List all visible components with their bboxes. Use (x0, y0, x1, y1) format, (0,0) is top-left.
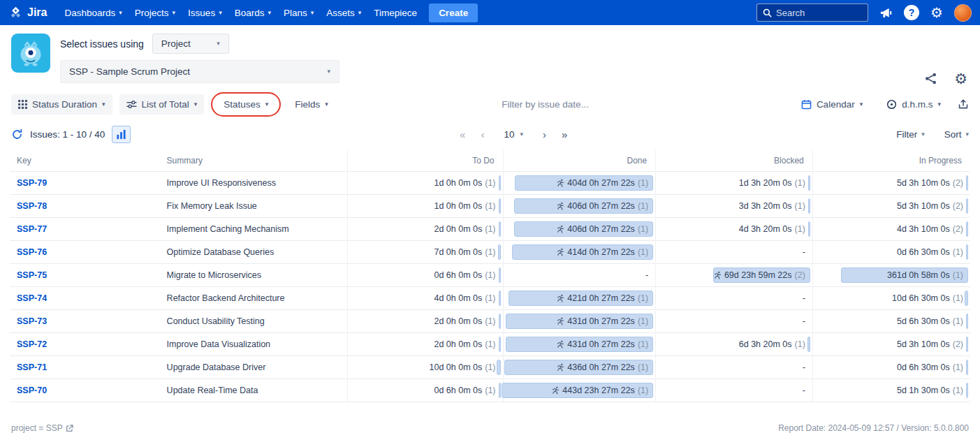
nav-projects[interactable]: Projects▾ (129, 0, 182, 25)
runner-icon (557, 317, 564, 325)
nav-timepiece[interactable]: Timepiece (367, 0, 423, 25)
issue-key-link[interactable]: SSP-78 (17, 201, 47, 211)
duration-text: 406d 0h 27m 22s (567, 201, 635, 211)
issue-key-cell: SSP-76 (10, 241, 160, 264)
table-row: SSP-74Refactor Backend Architecture4d 0h… (10, 287, 970, 310)
jira-logo[interactable]: Jira (8, 6, 47, 20)
issue-key-link[interactable]: SSP-71 (17, 362, 47, 372)
column-header-summary: Summary (160, 150, 348, 172)
statuses-annotation-circle: Statuses ▾ (211, 92, 281, 117)
issue-key-cell: SSP-70 (10, 379, 160, 402)
issue-key-link[interactable]: SSP-74 (17, 293, 47, 303)
runner-icon (557, 363, 564, 372)
duration-text: 0d 6h 30m 0s (897, 247, 950, 257)
chevron-down-icon: ▾ (119, 10, 122, 16)
duration-text: 4d 3h 10m 0s (897, 224, 950, 234)
chevron-down-icon: ▾ (921, 131, 925, 138)
duration-count: (1) (953, 316, 963, 326)
settings-gear-icon[interactable]: ⚙ (954, 71, 967, 86)
view-mode-button[interactable]: List of Total ▾ (119, 94, 205, 115)
next-page-button[interactable]: › (543, 129, 546, 140)
issue-date-filter-input[interactable] (502, 99, 627, 110)
issue-key-link[interactable]: SSP-77 (17, 224, 47, 234)
duration-text: 414d 0h 27m 22s (567, 247, 635, 257)
duration-text: 5d 3h 10m 0s (897, 201, 950, 211)
nav-boards[interactable]: Boards▾ (228, 0, 277, 25)
user-avatar[interactable] (954, 4, 972, 22)
chevron-down-icon: ▾ (194, 101, 198, 108)
sort-button[interactable]: Sort ▾ (944, 129, 969, 140)
report-type-button[interactable]: Status Duration ▾ (11, 94, 112, 115)
issue-key-link[interactable]: SSP-73 (17, 316, 47, 326)
nav-assets[interactable]: Assets▾ (320, 0, 367, 25)
issue-key-link[interactable]: SSP-70 (17, 386, 47, 395)
chevron-down-icon: ▾ (965, 131, 969, 138)
duration-cell-inprogress: 5d 3h 10m 0s (2) (812, 172, 970, 195)
time-format-button[interactable]: d.h.m.s ▾ (879, 94, 948, 115)
duration-count: (1) (485, 362, 495, 372)
calendar-button[interactable]: Calendar ▾ (794, 94, 870, 115)
issue-key-link[interactable]: SSP-72 (17, 339, 47, 349)
empty-duration: - (656, 362, 812, 372)
column-header-inprogress: In Progress (812, 150, 970, 172)
filter-button[interactable]: Filter ▾ (896, 129, 925, 140)
duration-count: (1) (638, 316, 648, 326)
duration-text: 3d 3h 20m 0s (739, 201, 792, 211)
global-search[interactable] (756, 3, 868, 22)
issue-summary-cell: Update Real-Time Data (160, 379, 348, 402)
duration-cell-todo: 0d 6h 0m 0s (1) (347, 264, 503, 287)
duration-text: 0d 6h 0m 0s (434, 270, 482, 280)
duration-cell-blocked: 69d 23h 59m 22s (2) (656, 264, 813, 287)
time-format-icon (886, 99, 897, 110)
project-select[interactable]: SSP - Sample Scrum Project ▾ (60, 60, 339, 83)
refresh-icon[interactable] (11, 129, 23, 140)
runner-icon (714, 271, 722, 279)
prev-page-button[interactable]: ‹ (481, 129, 484, 140)
issue-key-link[interactable]: SSP-76 (17, 247, 47, 257)
duration-text: 5d 6h 30m 0s (897, 316, 950, 326)
brand-wordmark: Jira (27, 6, 47, 19)
export-icon[interactable] (958, 98, 969, 110)
runner-icon (557, 340, 564, 348)
runner-icon (557, 248, 564, 256)
issue-key-link[interactable]: SSP-75 (17, 270, 47, 280)
duration-cell-inprogress: 4d 3h 10m 0s (2) (812, 218, 970, 241)
statuses-button[interactable]: Statuses ▾ (217, 94, 275, 115)
select-issues-label: Select issues using (60, 38, 144, 50)
chevron-down-icon: ▾ (311, 10, 314, 16)
nav-dashboards[interactable]: Dashboards▾ (58, 0, 128, 25)
chevron-down-icon: ▾ (520, 131, 523, 138)
jql-query-link[interactable]: project = SSP (11, 423, 73, 433)
gear-icon[interactable]: ⚙ (930, 6, 943, 20)
duration-cell-inprogress: 5d 1h 30m 0s (1) (812, 379, 970, 402)
duration-text: 361d 0h 58m 0s (887, 270, 950, 280)
announcement-icon[interactable] (879, 7, 893, 19)
first-page-button[interactable]: « (460, 129, 465, 140)
page-size-select[interactable]: 10 ▾ (499, 126, 527, 142)
chevron-down-icon: ▾ (358, 10, 362, 16)
issues-count-label: Issues: 1 - 10 / 40 (30, 129, 105, 140)
duration-count: (2) (953, 178, 963, 188)
duration-cell-done: - (503, 264, 656, 287)
chart-view-button[interactable] (112, 126, 131, 143)
duration-count: (1) (953, 270, 963, 280)
nav-plans[interactable]: Plans▾ (277, 0, 320, 25)
duration-text: 6d 3h 20m 0s (739, 339, 792, 349)
duration-cell-inprogress: 5d 3h 10m 0s (2) (812, 195, 970, 218)
issue-source-select[interactable]: Project ▾ (152, 34, 229, 54)
duration-cell-inprogress: 5d 6h 30m 0s (1) (812, 310, 970, 333)
duration-text: 1d 0h 0m 0s (434, 201, 482, 211)
column-header-todo: To Do (347, 150, 503, 172)
nav-issues[interactable]: Issues▾ (182, 0, 228, 25)
duration-cell-inprogress: 0d 6h 30m 0s (1) (812, 356, 970, 379)
search-input[interactable] (776, 8, 856, 18)
last-page-button[interactable]: » (562, 129, 567, 140)
help-icon[interactable]: ? (904, 5, 919, 20)
duration-text: 1d 0h 0m 0s (434, 178, 482, 188)
create-button[interactable]: Create (429, 3, 478, 22)
issue-key-link[interactable]: SSP-79 (17, 178, 47, 188)
fields-button[interactable]: Fields ▾ (288, 94, 335, 115)
pagination-bar: Issues: 1 - 10 / 40 « ‹ 10 ▾ › » Filter … (0, 118, 980, 150)
share-icon[interactable] (924, 72, 937, 85)
table-row: SSP-77Implement Caching Mechanism2d 0h 0… (10, 218, 970, 241)
